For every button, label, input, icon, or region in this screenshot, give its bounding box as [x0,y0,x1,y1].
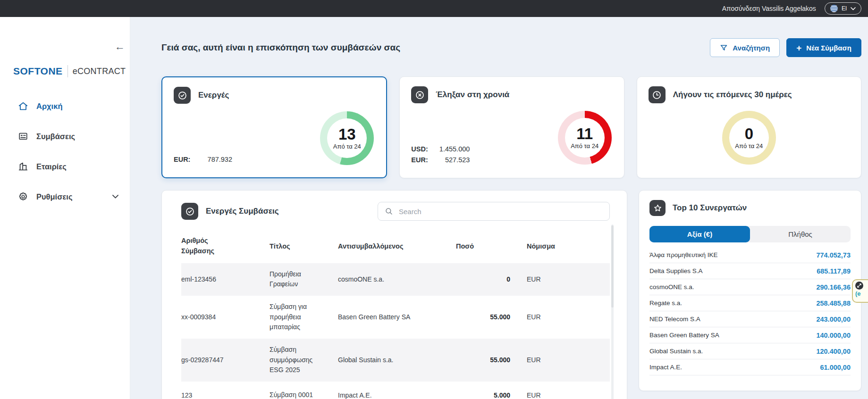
partner-name: Global Sustain s.a. [649,348,703,355]
partner-name: cosmoONE s.a. [649,283,694,291]
search-icon [385,207,393,216]
table-row[interactable]: 123 Σύμβαση 0001 Impact A.E. 5.000 EUR [181,382,610,399]
cell-counterparty: cosmoONE s.a. [338,275,456,283]
table-title: Ενεργές Συμβάσεις [206,207,279,216]
table-scrollbar[interactable] [611,224,614,399]
sidebar-item-label: Εταιρίες [36,162,67,171]
table-row[interactable]: xx-0009384 Σύμβαση για προμήθεια μπαταρί… [181,296,610,339]
sidebar: ← SOFTONE eCONTRACT Αρχική Συμβάσεις Ετα… [0,17,130,399]
column-header: Ποσό [456,242,510,250]
cell-title: Σύμβαση συμμόρφωσης ESG 2025 [270,345,332,375]
x-circle-icon [411,86,428,103]
table-header-row: Αριθμός Σύμβασης Τίτλος Αντισυμβαλλόμενο… [181,231,610,263]
active-contracts-card: Ενεργές Συμβάσεις Αριθμός Σύμβασης Τίτλο… [161,190,627,399]
cell-contract-number: gs-029287447 [181,356,270,364]
sidebar-item-label: Ρυθμίσεις [36,192,73,201]
brand-product: eCONTRACT [73,66,126,76]
sidebar-item-home[interactable]: Αρχική [0,100,130,112]
greek-flag-icon [830,5,838,12]
sidebar-item-companies[interactable]: Εταιρίες [0,160,130,173]
filter-icon [720,44,728,52]
star-icon [649,200,666,216]
partner-row: Global Sustain s.a. 120.400,00 [649,343,851,359]
stat-card-title: Λήγουν τις επόμενες 30 ημέρες [673,90,792,100]
check-circle-icon [181,203,198,220]
table-search [378,202,610,221]
donut-subtitle: Από τα 24 [571,142,598,150]
partner-name: Regate s.a. [649,299,682,307]
language-selector[interactable]: El [825,2,861,15]
sidebar-item-label: Αρχική [36,102,63,111]
partners-title: Top 10 Συνεργατών [673,203,747,213]
column-header: Αντισυμβαλλόμενος [338,242,456,250]
move-arrows-icon [855,282,863,290]
search-filter-button[interactable]: Αναζήτηση [710,38,780,57]
stat-cards-row: Ενεργές 13 Από τα 24 EUR: 787.932 [161,76,861,178]
donut-chart: 13 Από τα 24 [320,111,374,165]
column-header: Αριθμός Σύμβασης [181,236,226,257]
partner-row: Άλφα προμηθευτική ΙΚΕ 774.052,73 [649,247,851,263]
search-input[interactable] [399,208,603,216]
partner-name: Basen Green Battery SA [649,332,719,339]
tab-count[interactable]: Πλήθος [750,226,851,242]
sidebar-item-settings[interactable]: Ρυθμίσεις [0,191,130,203]
partner-value: 120.400,00 [816,348,851,355]
partner-row: Delta Supplies S.A 685.117,89 [649,263,851,279]
home-icon [18,101,28,111]
partner-value: 774.052,73 [816,251,851,259]
stat-card-expiring-30-days[interactable]: Λήγουν τις επόμενες 30 ημέρες 0 Από τα 2… [637,76,861,178]
new-contract-button[interactable]: + Νέα Σύμβαση [786,38,861,57]
main-content: Γειά σας, αυτή είναι η επισκόπηση των συ… [130,17,868,399]
sidebar-item-contracts[interactable]: Συμβάσεις [0,130,130,142]
donut-subtitle: Από τα 24 [735,142,763,150]
feedback-widget[interactable]: (e [852,279,868,303]
table-body: eml-123456 Προμήθεια Γραφείων cosmoONE s… [181,263,610,399]
page-title: Γειά σας, αυτή είναι η επισκόπηση των συ… [161,42,400,53]
donut-subtitle: Από τα 24 [333,143,361,150]
table-row[interactable]: gs-029287447 Σύμβαση συμμόρφωσης ESG 202… [181,339,610,382]
card-amounts: USD: 1.455.000 EUR: 527.523 [411,144,470,166]
collapse-sidebar-icon[interactable]: ← [115,42,125,52]
clock-icon [649,86,666,103]
cell-title: Σύμβαση για προμήθεια μπαταρίας [270,302,332,332]
donut-value: 11 [576,126,593,141]
partner-value: 290.166,36 [816,283,851,291]
brand-name: SOFTONE [13,66,63,77]
stat-card-title: Έληξαν στη χρονιά [436,90,509,100]
scrollbar-thumb[interactable] [611,225,614,308]
partner-name: Άλφα προμηθευτική ΙΚΕ [649,251,718,258]
column-header: Νόμισμα [510,242,610,250]
contracts-icon [18,131,28,141]
tab-value[interactable]: Αξία (€) [649,226,750,242]
table-row[interactable]: eml-123456 Προμήθεια Γραφείων cosmoONE s… [181,263,610,296]
partner-list: Άλφα προμηθευτική ΙΚΕ 774.052,73 Delta S… [649,247,851,375]
sidebar-nav: Αρχική Συμβάσεις Εταιρίες Ρυθμίσεις [0,100,130,203]
cell-counterparty: Basen Green Battery SA [338,313,456,321]
cell-amount: 0 [456,275,510,283]
partner-name: Impact A.E. [649,364,682,371]
logout-link[interactable]: Αποσύνδεση Vassilis Aggelakos [722,5,816,12]
logo-divider [67,65,68,77]
top-partners-card: Top 10 Συνεργατών Αξία (€) Πλήθος Άλφα π… [639,190,861,391]
plus-icon: + [796,43,801,52]
chevron-down-icon [112,195,118,199]
stat-card-expired[interactable]: Έληξαν στη χρονιά 11 Από τα 24 USD: 1.45… [399,76,624,178]
widget-logo-icon: (e [855,291,868,297]
language-code: El [842,5,847,12]
stat-card-active[interactable]: Ενεργές 13 Από τα 24 EUR: 787.932 [161,76,387,178]
partner-value: 258.485,88 [816,299,851,307]
partner-row: NED Telecom S.A 243.000,00 [649,311,851,327]
stat-card-title: Ενεργές [198,91,229,100]
partner-name: Delta Supplies S.A [649,267,703,274]
cell-amount: 5.000 [456,391,510,399]
partner-row: Impact A.E. 61.000,00 [649,359,851,375]
topbar: Αποσύνδεση Vassilis Aggelakos El [0,0,868,17]
partner-value: 61.000,00 [820,364,851,371]
donut-chart: 11 Από τα 24 [558,111,612,165]
settings-icon [18,191,28,202]
cell-title: Προμήθεια Γραφείων [270,269,332,290]
sidebar-item-label: Συμβάσεις [36,132,75,141]
column-header: Τίτλος [270,242,338,250]
cell-title: Σύμβαση 0001 [270,390,332,399]
cell-currency: EUR [510,356,610,364]
